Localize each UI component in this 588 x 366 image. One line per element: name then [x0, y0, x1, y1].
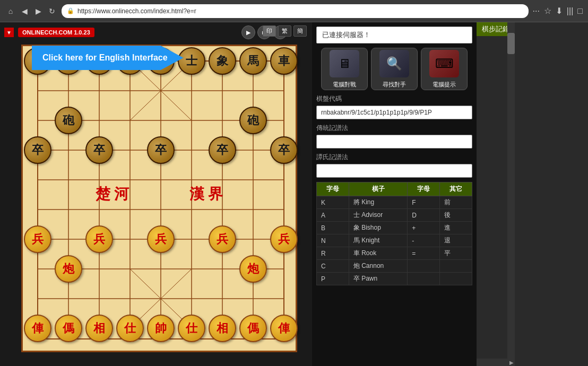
legend-table: 字母 棋子 字母 其它 K將 KingF前A士 AdvisorD後B象 Bish… — [316, 182, 472, 285]
chess-piece[interactable]: 砲 — [55, 107, 82, 134]
play-button[interactable]: ▶ — [241, 25, 255, 39]
traditional-input[interactable] — [316, 135, 472, 149]
chess-piece[interactable]: 卒 — [24, 136, 51, 164]
chess-piece[interactable]: 兵 — [147, 225, 175, 253]
board-container: 楚 河 漢 界 車馬象士將士象馬車砲砲卒卒卒卒卒兵兵兵兵兵炮炮俥傌相仕帥仕相傌俥 — [21, 45, 297, 352]
lang-button-print[interactable]: 印 — [263, 25, 276, 37]
chess-piece[interactable]: 仕 — [116, 315, 144, 342]
legend-cell: N — [317, 234, 349, 247]
computer-battle-button[interactable]: 🖥 電腦對戰 — [321, 48, 368, 90]
legend-cell: F — [408, 196, 440, 209]
tan-input[interactable] — [316, 164, 472, 178]
browser-chrome: ⌂ ◀ ▶ ↻ 🔒 https://www.onlinecch.com/inde… — [0, 0, 588, 22]
lang-buttons: 印 繁 簡 — [263, 25, 307, 37]
computer-battle-label: 電腦對戰 — [333, 81, 356, 89]
chess-piece[interactable]: 卒 — [270, 136, 298, 164]
bookmark-icon[interactable]: ☆ — [544, 6, 551, 16]
mode-buttons: 🖥 電腦對戰 🔍 尋找對手 ⌨ 電腦提示 — [316, 48, 472, 90]
legend-cell: 將 King — [349, 196, 407, 209]
english-arrow[interactable]: Click here for English Interface — [32, 46, 184, 70]
legend-cell: K — [317, 196, 349, 209]
legend-row: A士 AdvisorD後 — [317, 209, 472, 222]
lang-button-traditional[interactable]: 繁 — [278, 25, 291, 37]
bottom-scrollbar[interactable]: ▶ — [477, 359, 515, 366]
legend-cell: 前 — [440, 196, 472, 209]
left-panel: ▼ ONLINECCH.COM 1.0.23 ▶ ⏭ ⏭ 印 繁 簡 Click… — [0, 22, 312, 366]
legend-cell: 炮 Cannon — [349, 260, 407, 273]
chess-piece[interactable]: 卒 — [147, 136, 175, 164]
chess-piece[interactable]: 相 — [209, 315, 236, 342]
tan-section: 譚氏記譜法 — [316, 153, 472, 178]
computer-hint-button[interactable]: ⌨ 電腦提示 — [421, 48, 468, 90]
scroll-right-btn[interactable]: ▶ — [509, 360, 514, 365]
legend-cell: P — [317, 273, 349, 285]
fen-input[interactable] — [316, 106, 472, 119]
chess-piece[interactable]: 車 — [270, 47, 298, 75]
legend-cell: 退 — [440, 234, 472, 247]
main-content: ▼ ONLINECCH.COM 1.0.23 ▶ ⏭ ⏭ 印 繁 簡 Click… — [0, 22, 588, 366]
lang-button-simplified[interactable]: 簡 — [293, 25, 307, 37]
move-log-scrollbar[interactable] — [507, 22, 515, 366]
home-icon[interactable]: ⌂ — [5, 6, 16, 16]
forward-icon[interactable]: ▶ — [33, 6, 44, 16]
chess-piece[interactable]: 仕 — [178, 315, 205, 342]
legend-cell — [440, 260, 472, 273]
connected-message: 已連接伺服器！ — [316, 27, 472, 43]
chess-piece[interactable]: 象 — [209, 47, 236, 75]
download-icon[interactable]: ⬇ — [556, 6, 563, 16]
chess-board[interactable]: 楚 河 漢 界 車馬象士將士象馬車砲砲卒卒卒卒卒兵兵兵兵兵炮炮俥傌相仕帥仕相傌俥 — [21, 45, 297, 352]
window-icon[interactable]: □ — [577, 6, 583, 16]
move-log-panel: 棋步記錄 ▶ — [477, 22, 515, 366]
traditional-label: 傳統記譜法 — [316, 124, 472, 133]
legend-cell: 平 — [440, 247, 472, 260]
legend-cell — [408, 260, 440, 273]
legend-header-piece: 棋子 — [349, 182, 407, 196]
english-banner-text: Click here for English Interface — [42, 53, 168, 62]
chess-piece[interactable]: 相 — [85, 315, 113, 342]
legend-header-other: 其它 — [440, 182, 472, 196]
find-opponent-label: 尋找對手 — [383, 81, 406, 89]
legend-cell: 車 Rook — [349, 247, 407, 260]
chess-piece[interactable]: 兵 — [209, 225, 236, 253]
legend-cell: 進 — [440, 222, 472, 234]
top-bar: ▼ ONLINECCH.COM 1.0.23 ▶ ⏭ ⏭ 印 繁 簡 — [0, 22, 312, 42]
legend-cell: 馬 Knight — [349, 234, 407, 247]
chess-piece[interactable]: 砲 — [239, 107, 267, 134]
legend-cell: 士 Advisor — [349, 209, 407, 222]
fen-section: 棋盤代碼 — [316, 94, 472, 119]
legend-cell: = — [408, 247, 440, 260]
chess-piece[interactable]: 俥 — [270, 315, 298, 342]
english-banner[interactable]: Click here for English Interface — [32, 46, 184, 70]
chess-piece[interactable]: 卒 — [85, 136, 113, 164]
legend-cell: 卒 Pawn — [349, 273, 407, 285]
pieces-container: 車馬象士將士象馬車砲砲卒卒卒卒卒兵兵兵兵兵炮炮俥傌相仕帥仕相傌俥 — [23, 46, 296, 351]
chess-piece[interactable]: 兵 — [85, 225, 113, 253]
chess-piece[interactable]: 帥 — [147, 315, 175, 342]
lock-icon: 🔒 — [67, 7, 74, 14]
chess-piece[interactable]: 俥 — [24, 315, 51, 342]
browser-right-icons: ··· ☆ ⬇ ||| □ — [533, 6, 583, 16]
chess-piece[interactable]: 卒 — [209, 136, 236, 164]
chess-piece[interactable]: 傌 — [55, 315, 82, 342]
legend-cell: - — [408, 234, 440, 247]
legend-cell: R — [317, 247, 349, 260]
library-icon[interactable]: ||| — [567, 6, 573, 16]
dropdown-arrow[interactable]: ▼ — [4, 28, 14, 37]
back-icon[interactable]: ◀ — [19, 6, 30, 16]
chess-piece[interactable]: 炮 — [239, 255, 267, 283]
find-opponent-button[interactable]: 🔍 尋找對手 — [371, 48, 418, 90]
scrollbar-thumb[interactable] — [507, 33, 515, 54]
legend-cell: B — [317, 222, 349, 234]
legend-row: R車 Rook=平 — [317, 247, 472, 260]
computer-hint-icon: ⌨ — [429, 50, 459, 77]
chess-piece[interactable]: 馬 — [239, 47, 267, 75]
computer-battle-icon: 🖥 — [330, 50, 359, 77]
chess-piece[interactable]: 傌 — [239, 315, 267, 342]
legend-cell: 象 Bishop — [349, 222, 407, 234]
address-bar[interactable]: 🔒 https://www.onlinecch.com/index.html?e… — [62, 4, 529, 18]
chess-piece[interactable]: 炮 — [55, 255, 82, 283]
refresh-icon[interactable]: ↻ — [47, 6, 57, 16]
menu-icon[interactable]: ··· — [533, 6, 540, 16]
chess-piece[interactable]: 兵 — [24, 225, 51, 253]
chess-piece[interactable]: 兵 — [270, 225, 298, 253]
